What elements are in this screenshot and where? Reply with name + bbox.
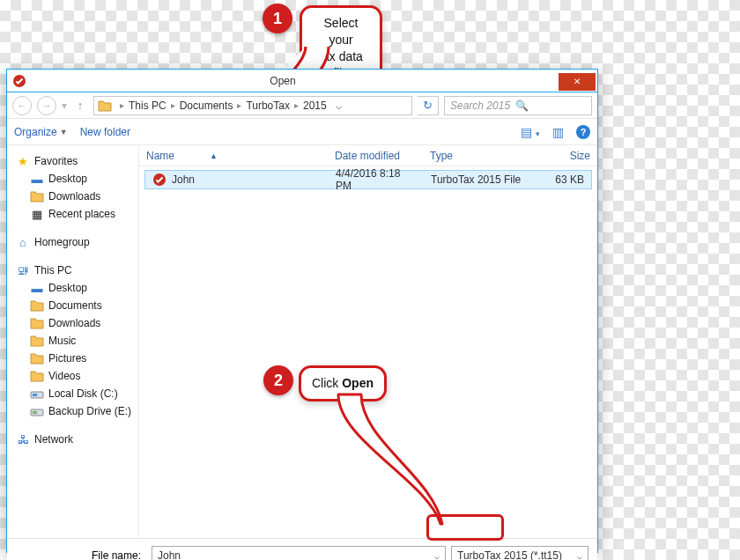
search-placeholder: Search 2015	[450, 99, 510, 112]
folder-icon	[30, 316, 44, 330]
tree-item[interactable]: Documents	[11, 297, 135, 314]
chevron-down-icon[interactable]: ⌵	[327, 99, 342, 112]
star-icon: ★	[16, 154, 30, 168]
file-row[interactable]: John 4/4/2016 8:18 PM TurboTax 2015 File…	[144, 170, 592, 189]
tree-item[interactable]: Downloads	[11, 188, 135, 205]
breadcrumb-item[interactable]: TurboTax	[246, 99, 290, 112]
step-badge-1: 1	[263, 4, 292, 33]
drive-icon	[30, 387, 44, 401]
app-icon	[12, 74, 26, 88]
file-type: TurboTax 2015 File	[424, 173, 529, 186]
tree-item[interactable]: ▦Recent places	[11, 205, 135, 223]
search-icon: 🔍	[515, 99, 529, 112]
refresh-button[interactable]: ↻	[418, 96, 439, 115]
homegroup-icon: ⌂	[16, 235, 30, 249]
tree-homegroup[interactable]: ⌂Homegroup	[11, 233, 135, 251]
desktop-icon: ▬	[30, 172, 44, 186]
tree-network[interactable]: 🖧Network	[11, 431, 135, 448]
tree-item[interactable]: Videos	[11, 367, 135, 385]
tree-item[interactable]: ▬Desktop	[11, 170, 135, 188]
filename-field[interactable]: John⌵	[152, 546, 446, 560]
breadcrumb-item[interactable]: 2015	[303, 99, 327, 112]
search-input[interactable]: Search 2015 🔍	[444, 96, 592, 115]
svg-rect-2	[33, 394, 37, 396]
folder-icon	[30, 334, 44, 348]
col-type[interactable]: Type	[423, 150, 529, 162]
breadcrumb-item[interactable]: This PC	[129, 99, 166, 112]
folder-icon	[30, 298, 44, 313]
recent-icon: ▦	[30, 207, 44, 221]
folder-icon	[30, 351, 44, 365]
tree-item[interactable]: Local Disk (C:)	[11, 385, 135, 402]
file-date: 4/4/2016 8:18 PM	[329, 167, 424, 192]
folder-icon	[98, 99, 112, 113]
filename-label: File name:	[16, 549, 146, 560]
chevron-down-icon[interactable]: ⌵	[577, 551, 582, 561]
drive-icon	[30, 404, 44, 418]
svg-rect-4	[33, 411, 37, 414]
filetype-dropdown[interactable]: TurboTax 2015 (*.tt15)⌵	[451, 546, 588, 560]
tree-thispc[interactable]: 🖳This PC	[11, 262, 135, 279]
tree-item[interactable]: Downloads	[11, 314, 135, 332]
computer-icon: 🖳	[16, 263, 30, 277]
breadcrumb-bar[interactable]: ▸ This PC▸ Documents▸ TurboTax▸ 2015 ⌵	[93, 96, 412, 115]
tree-item[interactable]: Pictures	[11, 350, 135, 367]
up-button[interactable]: ↑	[72, 98, 88, 114]
open-dialog: Open ✕ ← → ▾ ↑ ▸ This PC▸ Documents▸ Tur…	[6, 69, 598, 553]
view-details-button[interactable]: ▥	[552, 125, 564, 139]
col-date[interactable]: Date modified	[328, 150, 423, 162]
tree-item[interactable]: Music	[11, 332, 135, 350]
view-icons-button[interactable]: ▤ ▾	[521, 125, 540, 139]
toolbar: Organize ▼ New folder ▤ ▾ ▥ ?	[7, 119, 597, 145]
close-button[interactable]: ✕	[559, 73, 596, 91]
sort-asc-icon: ▲	[210, 151, 218, 160]
tree-item[interactable]: Backup Drive (E:)	[11, 402, 135, 420]
file-icon	[152, 173, 166, 187]
forward-button[interactable]: →	[37, 96, 56, 115]
file-size: 63 KB	[529, 173, 591, 186]
file-list: Name▲ Date modified Type Size John 4/4/2…	[139, 145, 597, 538]
window-title: Open	[7, 75, 559, 87]
back-button[interactable]: ←	[12, 96, 32, 115]
folder-icon	[30, 189, 44, 203]
folder-icon	[30, 369, 44, 383]
new-folder-button[interactable]: New folder	[80, 126, 130, 138]
file-name: John	[172, 173, 195, 186]
column-headers: Name▲ Date modified Type Size	[139, 145, 597, 166]
chevron-down-icon[interactable]: ⌵	[434, 551, 440, 561]
col-size[interactable]: Size	[529, 150, 597, 162]
col-name[interactable]: Name	[146, 150, 174, 162]
desktop-icon: ▬	[30, 281, 44, 295]
tree-item[interactable]: ▬Desktop	[11, 279, 135, 297]
network-icon: 🖧	[16, 432, 30, 446]
dialog-bottom: File name: John⌵ TurboTax 2015 (*.tt15)⌵…	[7, 538, 597, 560]
tree-favorites[interactable]: ★Favorites	[11, 152, 135, 170]
nav-row: ← → ▾ ↑ ▸ This PC▸ Documents▸ TurboTax▸ …	[7, 92, 597, 119]
breadcrumb-item[interactable]: Documents	[180, 99, 233, 112]
organize-menu[interactable]: Organize ▼	[14, 126, 68, 138]
help-button[interactable]: ?	[576, 125, 590, 139]
navigation-tree: ★Favorites ▬Desktop Downloads ▦Recent pl…	[7, 145, 139, 538]
title-bar: Open ✕	[7, 70, 597, 92]
